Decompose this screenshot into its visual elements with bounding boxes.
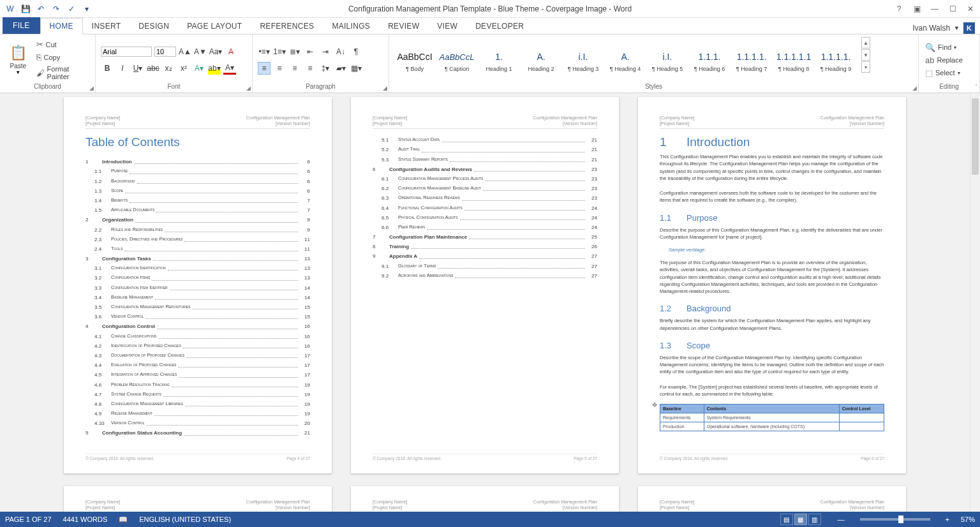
toc-entry[interactable]: 9.2Acronyms and Abbreviations27 <box>373 271 597 281</box>
show-marks-icon[interactable]: ¶ <box>350 45 362 58</box>
print-layout-icon[interactable]: ▦ <box>794 514 807 525</box>
toc-entry[interactable]: 4.8Configuration Management Libraries19 <box>85 399 310 409</box>
toc-entry[interactable]: 3.2Configuration Items13 <box>85 273 310 283</box>
tab-design[interactable]: DESIGN <box>130 19 178 34</box>
toc-entry[interactable]: 4.5Integration of Approved Changes17 <box>85 370 310 380</box>
shading-icon[interactable]: ▰▾ <box>334 62 347 75</box>
grow-font-icon[interactable]: A▲ <box>179 45 191 58</box>
account-dropdown-icon[interactable]: ▼ <box>954 25 960 31</box>
style-item[interactable]: AaBbCcL¶ Caption <box>436 41 477 78</box>
toc-entry[interactable]: 1.2Background6 <box>85 177 310 186</box>
paragraph-dialog-launcher-icon[interactable]: ◢ <box>383 85 387 91</box>
tab-review[interactable]: REVIEW <box>379 19 428 34</box>
redo-icon[interactable]: ↷ <box>51 4 61 14</box>
account-area[interactable]: Ivan Walsh ▼ K <box>912 22 975 34</box>
toc-entry[interactable]: 1.5Applicable Documents7 <box>85 205 310 215</box>
toc-entry[interactable]: 7Configuration Plan Maintenance25 <box>373 232 597 242</box>
toc-entry[interactable]: 4.10Version Control20 <box>85 419 310 428</box>
toc-entry[interactable]: 2.3Policies, Directives and Procedures11 <box>85 235 310 244</box>
vertical-scrollbar[interactable] <box>970 93 980 512</box>
toc-entry[interactable]: 6.4Functional Configuration Audits24 <box>373 204 597 213</box>
save-icon[interactable]: 💾 <box>20 4 31 14</box>
cut-button[interactable]: ✂Cut <box>35 39 90 50</box>
tab-developer[interactable]: DEVELOPER <box>466 19 533 34</box>
strikethrough-icon[interactable]: abc <box>147 62 160 75</box>
style-item[interactable]: 1.1.1.1.¶ Heading 7 <box>731 41 772 78</box>
style-item[interactable]: A.¶ Heading 4 <box>605 41 646 78</box>
toc-entry[interactable]: 5.3Status Summary Reports21 <box>373 155 597 165</box>
style-item[interactable]: AaBbCcI¶ Body <box>394 41 435 78</box>
format-painter-button[interactable]: 🖌Format Painter <box>35 64 90 81</box>
zoom-slider-knob[interactable] <box>898 516 903 523</box>
find-button[interactable]: 🔍Find▾ <box>924 42 964 53</box>
style-item[interactable]: i.I.¶ Heading 3 <box>563 41 604 78</box>
superscript-icon[interactable]: x² <box>177 62 190 75</box>
toc-entry[interactable]: 4.4Evaluation of Proposed Changes17 <box>85 360 310 370</box>
toc-entry[interactable]: 2.4Tools11 <box>85 244 310 254</box>
toc-entry[interactable]: 2Organization9 <box>85 215 310 225</box>
toc-entry[interactable]: 4.9Release Management19 <box>85 409 310 419</box>
toc-entry[interactable]: 4Configuration Control16 <box>85 322 310 331</box>
toc-entry[interactable]: 5Configuration Status Accounting21 <box>85 428 310 438</box>
justify-icon[interactable]: ≡ <box>304 62 316 75</box>
subscript-icon[interactable]: x₂ <box>162 62 175 75</box>
toc-entry[interactable]: 4.3Documentation of Proposed Changes17 <box>85 351 310 360</box>
read-mode-icon[interactable]: ▤ <box>780 514 793 525</box>
tab-page-layout[interactable]: PAGE LAYOUT <box>178 19 251 34</box>
toc-entry[interactable]: 3.1Configuration Identification13 <box>85 264 310 273</box>
table-anchor-icon[interactable]: ✥ <box>652 401 657 408</box>
sort-icon[interactable]: A↓ <box>334 45 347 58</box>
toc-entry[interactable]: 4.2Identification of Proposed Changes16 <box>85 341 310 351</box>
toc-entry[interactable]: 3.5Configuration Management Repositories… <box>85 302 310 312</box>
clear-formatting-icon[interactable]: A̶ <box>225 45 237 58</box>
toc-entry[interactable]: 4.6Problem Resolution Tracking19 <box>85 380 310 390</box>
scrollbar-thumb[interactable] <box>972 98 979 175</box>
toc-entry[interactable]: 6.6Peer Reviews24 <box>373 223 597 232</box>
styles-dialog-launcher-icon[interactable]: ◢ <box>912 85 917 91</box>
qat-customize-icon[interactable]: ▾ <box>82 4 92 14</box>
select-button[interactable]: ⬚Select▾ <box>924 68 964 78</box>
style-item[interactable]: 1.Heading 1 <box>479 41 519 78</box>
toc-entry[interactable]: 6.3Operational Readiness Reviews23 <box>373 193 597 203</box>
zoom-slider[interactable] <box>860 518 930 521</box>
italic-icon[interactable]: I <box>116 62 129 75</box>
close-icon[interactable]: ✕ <box>965 4 976 13</box>
font-dialog-launcher-icon[interactable]: ◢ <box>246 85 251 91</box>
tab-home[interactable]: HOME <box>40 18 83 34</box>
status-proofing-icon[interactable]: 📖 <box>119 516 128 524</box>
paste-button[interactable]: 📋 Paste ▼ <box>5 37 31 83</box>
toc-entry[interactable]: 9.1Glossary of Terms27 <box>373 262 597 271</box>
help-icon[interactable]: ? <box>893 4 905 13</box>
toc-entry[interactable]: 1.4Benefits7 <box>85 196 310 205</box>
styles-expand-icon[interactable]: ▾ <box>861 61 870 73</box>
line-spacing-icon[interactable]: ‡▾ <box>319 62 332 75</box>
maximize-icon[interactable]: ☐ <box>947 4 958 13</box>
tab-file[interactable]: FILE <box>3 17 40 34</box>
multilevel-list-icon[interactable]: ≣▾ <box>288 45 301 58</box>
text-effects-icon[interactable]: A▾ <box>193 62 205 75</box>
styles-scroll-up-icon[interactable]: ▲ <box>861 37 870 48</box>
zoom-level[interactable]: 57% <box>961 516 975 523</box>
toc-entry[interactable]: 6.5Physical Configuration Audits24 <box>373 213 597 223</box>
web-layout-icon[interactable]: ▥ <box>808 514 821 525</box>
toc-entry[interactable]: 4.7System Change Requests19 <box>85 390 310 399</box>
clipboard-dialog-launcher-icon[interactable]: ◢ <box>89 85 94 91</box>
bold-icon[interactable]: B <box>101 62 114 75</box>
tab-view[interactable]: VIEW <box>428 19 466 34</box>
toc-entry[interactable]: 3.4Baseline Management14 <box>85 293 310 302</box>
minimize-icon[interactable]: — <box>929 4 940 13</box>
increase-indent-icon[interactable]: ⇥ <box>319 45 332 58</box>
style-item[interactable]: 1.1.1.1.1¶ Heading 8 <box>773 41 814 78</box>
toc-entry[interactable]: 1Introduction6 <box>85 157 310 167</box>
toc-entry[interactable]: 6Configuration Audits and Reviews23 <box>373 165 597 174</box>
zoom-in-icon[interactable]: + <box>946 516 949 523</box>
borders-icon[interactable]: ▦▾ <box>350 62 362 75</box>
toc-entry[interactable]: 9Appendix A27 <box>373 251 597 261</box>
document-area[interactable]: [Company Name][Project Name] Configurati… <box>0 93 970 512</box>
tab-mailings[interactable]: MAILINGS <box>323 19 379 34</box>
status-language[interactable]: ENGLISH (UNITED STATES) <box>139 516 231 523</box>
shrink-font-icon[interactable]: A▼ <box>194 45 207 58</box>
align-center-icon[interactable]: ≡ <box>273 62 286 75</box>
toc-entry[interactable]: 2.2Roles and Responsibilities9 <box>85 225 310 235</box>
change-case-icon[interactable]: Aa▾ <box>209 45 222 58</box>
